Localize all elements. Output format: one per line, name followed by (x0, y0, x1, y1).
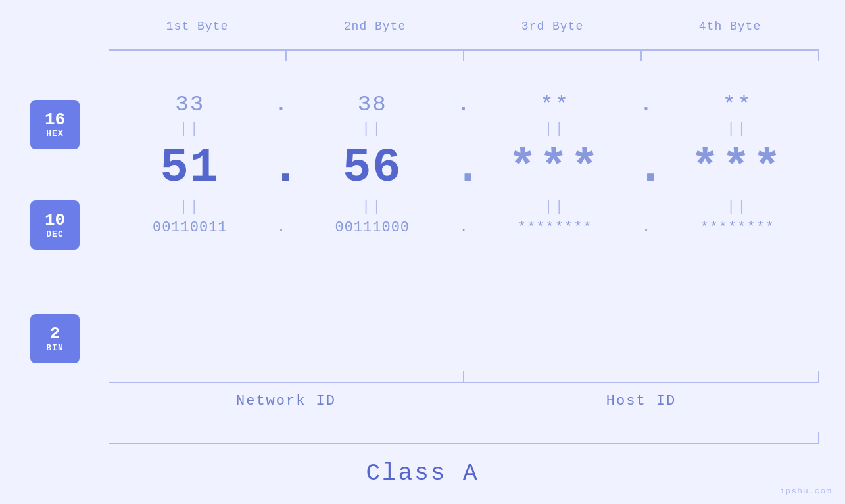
dec-dot-2: . (454, 141, 473, 195)
col-header-4: 4th Byte (641, 20, 819, 33)
bin-byte-2: 00111000 (291, 219, 454, 236)
hex-byte-3: ** (473, 92, 637, 117)
eq2-byte3: || (473, 199, 637, 216)
dec-byte-3: *** (473, 141, 637, 195)
dec-byte-4: *** (656, 141, 819, 195)
equals-row-1: || || || || (109, 121, 819, 137)
dec-badge-label: DEC (46, 229, 63, 239)
eq1-byte2: || (291, 121, 454, 137)
bin-byte-4: ******** (656, 219, 819, 236)
hex-badge-number: 16 (45, 110, 65, 129)
hex-dot-1: . (272, 92, 291, 117)
bin-badge-number: 2 (50, 325, 60, 344)
dec-byte-1: 51 (109, 141, 272, 195)
col-header-2: 2nd Byte (286, 20, 464, 33)
eq2-byte4: || (656, 199, 819, 216)
host-id-label: Host ID (464, 393, 819, 409)
class-label: Class A (0, 460, 845, 487)
hex-row: 33 . 38 . ** . ** (109, 92, 819, 117)
host-bracket (464, 371, 819, 388)
dec-dot-3: . (637, 141, 656, 195)
dec-badge-number: 10 (45, 211, 65, 230)
eq1-byte1: || (109, 121, 272, 137)
eq2-byte2: || (291, 199, 454, 216)
main-container: 16 HEX 10 DEC 2 BIN 1st Byte 2nd Byte 3r… (0, 0, 845, 504)
bin-byte-1: 00110011 (109, 219, 272, 236)
bin-dot-2: . (454, 219, 473, 236)
bin-badge: 2 BIN (30, 314, 80, 363)
watermark: ipshu.com (780, 486, 832, 496)
eq2-byte1: || (109, 199, 272, 216)
hex-byte-2: 38 (291, 92, 454, 117)
dec-dot-1: . (272, 141, 291, 195)
bin-byte-3: ******** (473, 219, 637, 236)
hex-badge: 16 HEX (30, 100, 80, 149)
bin-dot-1: . (272, 219, 291, 236)
eq1-byte4: || (656, 121, 819, 137)
hex-dot-2: . (454, 92, 473, 117)
dec-badge: 10 DEC (30, 200, 80, 250)
top-brackets (109, 45, 819, 61)
hex-byte-1: 33 (109, 92, 272, 117)
bin-row: 00110011 . 00111000 . ******** . *******… (109, 219, 819, 236)
hex-badge-label: HEX (46, 129, 63, 139)
col-header-3: 3rd Byte (464, 20, 641, 33)
bin-badge-label: BIN (46, 343, 63, 353)
network-id-label: Network ID (109, 393, 464, 409)
hex-byte-4: ** (656, 92, 819, 117)
eq1-byte3: || (473, 121, 637, 137)
hex-dot-3: . (637, 92, 656, 117)
network-bracket (109, 371, 464, 388)
col-header-1: 1st Byte (109, 20, 286, 33)
equals-row-2: || || || || (109, 199, 819, 216)
outer-bracket (109, 432, 819, 449)
dec-row: 51 . 56 . *** . *** (109, 141, 819, 195)
dec-byte-2: 56 (291, 141, 454, 195)
bin-dot-3: . (637, 219, 656, 236)
main-content: 33 . 38 . ** . ** || || || || (109, 62, 819, 236)
column-headers: 1st Byte 2nd Byte 3rd Byte 4th Byte (109, 20, 819, 33)
